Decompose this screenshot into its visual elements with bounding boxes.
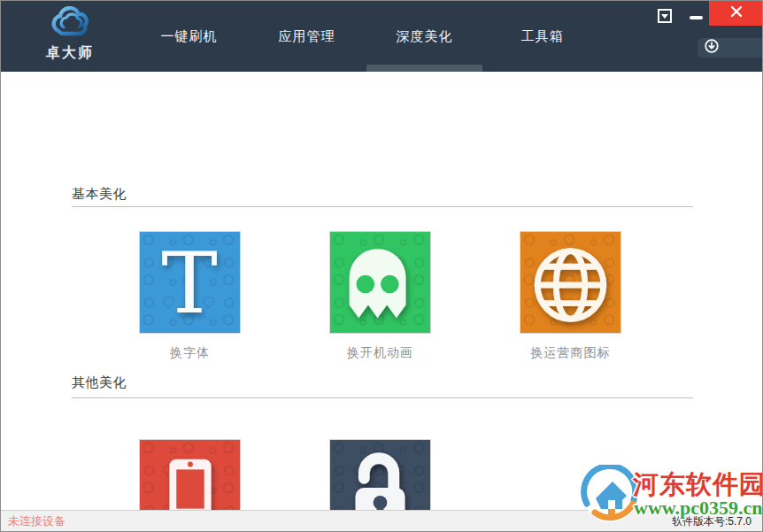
download-icon	[705, 39, 719, 57]
globe-icon	[520, 231, 621, 334]
tab-label: 深度美化	[397, 28, 453, 43]
version-label: 软件版本号:5.7.0	[672, 514, 751, 529]
tab-label: 一键刷机	[161, 28, 218, 43]
close-button[interactable]	[709, 1, 763, 26]
cloud-logo-icon	[42, 6, 98, 43]
app-header: 卓大师 一键刷机 应用管理 深度美化 工具箱	[1, 1, 762, 72]
tab-toolbox[interactable]: 工具箱	[483, 1, 601, 72]
tile-change-font[interactable]: T 换字体	[139, 231, 241, 361]
tab-app-management[interactable]: 应用管理	[248, 1, 366, 72]
section-title-basic: 基本美化	[72, 186, 127, 203]
dropdown-arrow-icon	[661, 14, 668, 19]
tile-label: 换开机动画	[329, 345, 431, 361]
font-letter-t-icon: T	[139, 231, 241, 334]
app-window: 卓大师 一键刷机 应用管理 深度美化 工具箱	[0, 0, 763, 532]
app-logo: 卓大师	[42, 6, 98, 68]
ghost-icon	[329, 231, 431, 334]
close-icon	[730, 5, 743, 21]
device-status: 未连接设备	[8, 513, 66, 529]
minimize-button[interactable]	[690, 16, 703, 19]
tile-boot-animation[interactable]: 换开机动画	[329, 231, 431, 361]
tile-label: 换字体	[139, 345, 241, 361]
section-divider	[72, 397, 693, 398]
tab-label: 工具箱	[521, 28, 564, 43]
app-name: 卓大师	[42, 44, 98, 63]
main-tabs: 一键刷机 应用管理 深度美化 工具箱	[130, 1, 601, 72]
main-content: 基本美化	[1, 72, 762, 512]
section-divider	[72, 206, 693, 207]
active-tab-indicator	[366, 65, 482, 72]
window-menu-button[interactable]	[658, 9, 672, 23]
tile-carrier-icon[interactable]: 换运营商图标	[520, 231, 621, 361]
tab-deep-beautify[interactable]: 深度美化	[366, 1, 483, 72]
status-bar: 未连接设备 软件版本号:5.7.0	[1, 510, 762, 531]
download-button[interactable]	[697, 38, 763, 58]
svg-text:T: T	[161, 235, 218, 332]
section-title-other: 其他美化	[72, 374, 127, 391]
tile-label: 换运营商图标	[520, 345, 621, 361]
tab-label: 应用管理	[279, 28, 335, 43]
tab-one-key-flash[interactable]: 一键刷机	[130, 1, 248, 72]
